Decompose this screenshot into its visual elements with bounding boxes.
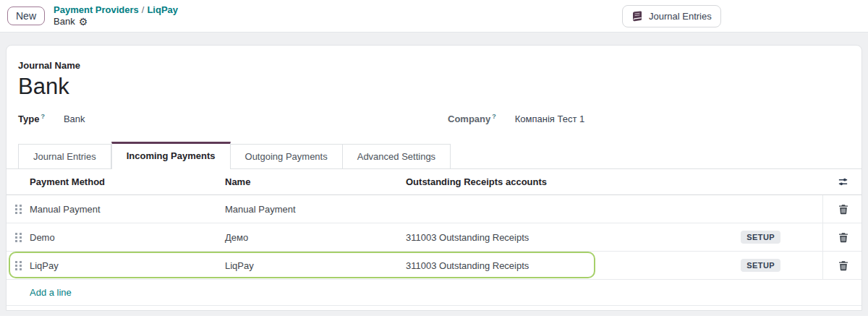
handle-column-header [7,169,30,194]
tab-incoming-payments[interactable]: Incoming Payments [111,142,231,169]
footer-area [0,316,868,321]
journal-entries-button-label: Journal Entries [649,11,712,22]
payment-method-cell[interactable]: LiqPay [30,252,225,279]
table-row[interactable]: LiqPayLiqPay311003 Outstanding ReceiptsS… [7,252,861,280]
outstanding-accounts-cell[interactable]: 311003 Outstanding Receipts [406,223,595,251]
drag-handle-icon[interactable] [15,233,22,242]
new-button[interactable]: New [7,7,45,25]
notebook-tabs: Journal EntriesIncoming PaymentsOutgoing… [7,142,861,169]
setup-badge[interactable]: SETUP [741,231,780,244]
breadcrumb-parent-link[interactable]: Payment Providers [54,4,139,15]
trash-icon[interactable] [838,204,848,215]
tab-journal-entries[interactable]: Journal Entries [18,144,111,168]
company-value-link[interactable]: Компанія Тест 1 [515,114,584,124]
trash-icon[interactable] [838,260,848,271]
tab-advanced-settings[interactable]: Advanced Settings [343,144,451,168]
drag-handle-icon[interactable] [15,261,22,270]
add-line-row: Add a line [7,280,861,306]
breadcrumb-record-name: Bank [54,16,75,27]
trash-icon[interactable] [838,232,848,243]
journal-name-value[interactable]: Bank [18,72,850,101]
form-sheet: Journal Name Bank Type? Bank Company? Ко… [6,45,862,311]
company-help-icon: ? [492,113,496,120]
outstanding-accounts-cell[interactable]: 311003 Outstanding Receipts [406,252,595,279]
name-cell[interactable]: Демо [225,223,406,251]
add-a-line-link[interactable]: Add a line [30,287,72,298]
top-control-bar: New Payment Providers/LiqPay Bank ⚙ Jour… [0,0,868,33]
optional-columns-icon[interactable] [838,176,848,187]
column-header-payment-method[interactable]: Payment Method [30,169,225,194]
setup-column-header [595,169,822,194]
payment-method-rows: Manual PaymentManual PaymentDemoДемо3110… [7,195,861,280]
setup-badge[interactable]: SETUP [741,259,780,272]
breadcrumb: Payment Providers/LiqPay Bank ⚙ [54,4,178,28]
name-cell[interactable]: Manual Payment [225,195,406,223]
payment-method-cell[interactable]: Manual Payment [30,195,225,223]
table-row[interactable]: DemoДемо311003 Outstanding ReceiptsSETUP [7,223,861,252]
journal-name-label: Journal Name [18,60,850,71]
table-row[interactable]: Manual PaymentManual Payment [7,195,861,223]
payment-methods-table-header: Payment Method Name Outstanding Receipts… [7,169,861,195]
column-header-name[interactable]: Name [225,169,406,194]
gear-icon[interactable]: ⚙ [79,17,88,27]
type-help-icon: ? [41,113,45,120]
breadcrumb-current-link[interactable]: LiqPay [147,4,178,15]
type-value[interactable]: Bank [64,114,85,124]
type-label: Type? [18,113,45,124]
drag-handle-icon[interactable] [15,205,22,214]
column-header-outstanding[interactable]: Outstanding Receipts accounts [406,169,595,194]
payment-method-cell[interactable]: Demo [30,223,225,251]
tab-outgoing-payments[interactable]: Outgoing Payments [231,144,343,168]
journal-entries-button[interactable]: Journal Entries [622,5,721,27]
book-icon [631,11,643,22]
company-label: Company? [448,113,496,124]
outstanding-accounts-cell[interactable] [406,195,595,223]
breadcrumb-separator: / [139,4,148,15]
name-cell[interactable]: LiqPay [225,252,406,279]
